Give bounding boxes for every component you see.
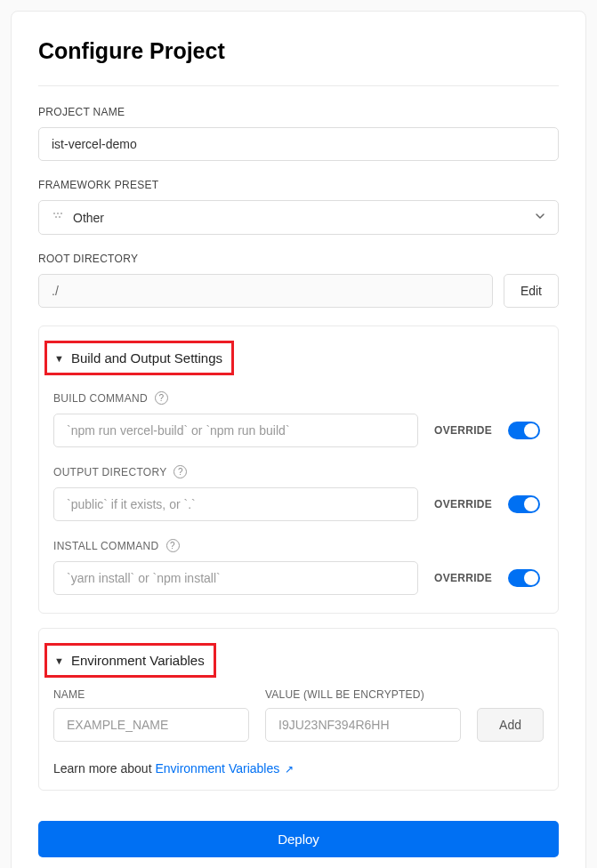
install-command-input[interactable] [53,561,418,595]
output-directory-label: OUTPUT DIRECTORY [53,466,166,478]
svg-point-1 [57,213,59,214]
env-value-label: VALUE (WILL BE ENCRYPTED) [265,688,461,701]
svg-point-3 [55,216,57,218]
title-divider [38,85,559,86]
env-learn-more: Learn more about Environment Variables ↗ [53,761,544,776]
env-variable-row: NAME VALUE (WILL BE ENCRYPTED) Add [53,688,544,742]
svg-point-4 [59,216,61,218]
output-directory-override-toggle[interactable] [508,495,540,513]
build-command-label: BUILD COMMAND [53,392,148,405]
build-command-override-toggle[interactable] [508,422,540,439]
env-variables-section: ▼ Environment Variables NAME VALUE (WILL… [38,628,559,791]
svg-point-0 [53,213,55,214]
install-command-override-label: OVERRIDE [434,572,492,584]
install-command-row: OVERRIDE [53,561,544,595]
env-name-label: NAME [53,688,249,701]
chevron-down-icon [534,210,546,226]
output-directory-override-label: OVERRIDE [434,498,492,510]
build-output-header-label: Build and Output Settings [71,350,222,366]
help-icon[interactable]: ? [166,539,180,552]
configure-project-card: Configure Project PROJECT NAME FRAMEWORK… [11,11,586,868]
build-command-input[interactable] [53,414,418,447]
svg-point-2 [61,213,62,214]
root-directory-input [38,274,493,308]
build-command-row: OVERRIDE [53,414,544,447]
external-link-icon: ↗ [281,763,293,776]
env-learn-more-link[interactable]: Environment Variables ↗ [155,761,293,776]
page-title: Configure Project [38,38,559,64]
env-variables-header[interactable]: ▼ Environment Variables [52,649,206,671]
project-name-input[interactable] [38,127,559,161]
env-name-input[interactable] [53,708,249,742]
deploy-button[interactable]: Deploy [38,821,559,857]
project-name-field: PROJECT NAME [38,106,559,161]
framework-preset-field: FRAMEWORK PRESET Other [38,179,559,235]
root-directory-label: ROOT DIRECTORY [38,253,559,265]
build-command-override-label: OVERRIDE [434,424,492,437]
build-command-label-row: BUILD COMMAND ? [53,391,544,405]
install-command-override-toggle[interactable] [508,569,540,587]
env-add-button[interactable]: Add [477,708,544,742]
framework-preset-select[interactable]: Other [38,200,559,235]
help-icon[interactable]: ? [173,465,187,478]
build-output-section: ▼ Build and Output Settings BUILD COMMAN… [38,326,559,614]
disclosure-triangle-icon: ▼ [54,655,64,666]
help-icon[interactable]: ? [155,391,168,405]
output-directory-row: OVERRIDE [53,487,544,521]
env-learn-more-prefix: Learn more about [53,761,155,776]
project-name-label: PROJECT NAME [38,106,559,118]
framework-preset-label: FRAMEWORK PRESET [38,179,559,191]
env-header-highlight: ▼ Environment Variables [44,643,216,678]
install-command-label-row: INSTALL COMMAND ? [53,539,544,552]
framework-icon [52,210,64,225]
env-variables-header-label: Environment Variables [71,653,205,668]
output-directory-label-row: OUTPUT DIRECTORY ? [53,465,544,478]
output-directory-input[interactable] [53,487,418,521]
root-directory-field: ROOT DIRECTORY Edit [38,253,559,308]
root-directory-edit-button[interactable]: Edit [504,274,559,308]
build-header-highlight: ▼ Build and Output Settings [44,341,234,375]
build-output-header[interactable]: ▼ Build and Output Settings [52,347,224,369]
env-value-input[interactable] [265,708,461,742]
framework-preset-value: Other [73,211,104,225]
disclosure-triangle-icon: ▼ [54,353,64,364]
install-command-label: INSTALL COMMAND [53,540,159,552]
